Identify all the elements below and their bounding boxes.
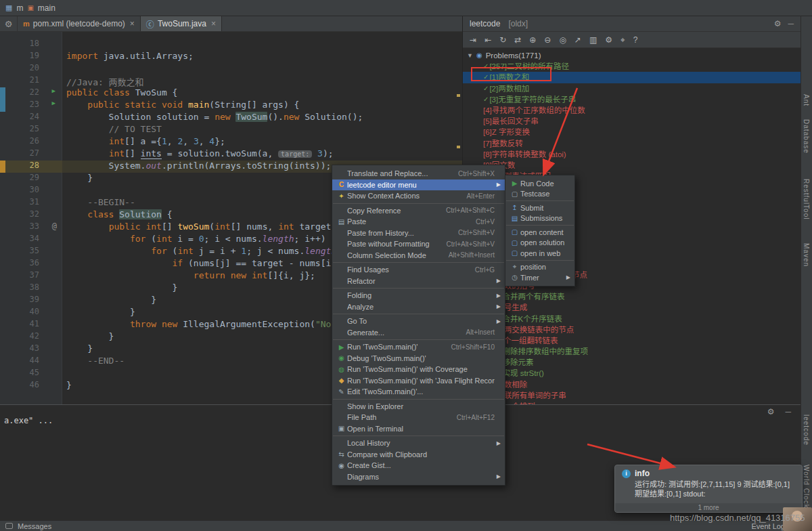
menu-item-translate-and-replace[interactable]: Translate and Replace...Ctrl+Shift+X xyxy=(332,168,505,179)
menu-item-generate[interactable]: Generate...Alt+Insert xyxy=(332,327,505,339)
menu-item-run-main[interactable]: ▶Run 'TwoSum.main()'Ctrl+Shift+F10 xyxy=(332,341,505,353)
run-gutter-icon[interactable]: ▶ xyxy=(52,100,55,106)
menu-item-refactor[interactable]: Refactor▶ xyxy=(332,276,505,287)
run-config-selector[interactable]: main xyxy=(38,3,55,13)
problem-item[interactable]: [30]串联所有单词的子串 xyxy=(463,390,800,401)
close-tab-icon[interactable]: × xyxy=(211,19,216,28)
leetcode-panel-title[interactable]: leetcode xyxy=(470,19,500,28)
problem-item[interactable]: [6]Z 字形变换 xyxy=(463,127,800,137)
event-log-button[interactable]: Event Log xyxy=(751,522,785,530)
menu-item-folding[interactable]: Folding▶ xyxy=(332,290,505,301)
panel-settings-icon[interactable]: ⚙ xyxy=(774,19,782,28)
tool-strip-maven[interactable]: Maven xyxy=(803,243,810,267)
annotation-gutter-icon[interactable]: @ xyxy=(52,221,57,231)
navigate-icon[interactable]: ↗ xyxy=(574,35,581,45)
problem-item[interactable]: [22]括号生成 xyxy=(463,302,800,313)
submenu-item-open-in-web[interactable]: ▢open in web xyxy=(505,248,574,259)
submenu-item-open-content[interactable]: ▢open content xyxy=(505,227,574,238)
statistics-icon[interactable]: ▥ xyxy=(589,35,597,45)
problem-item[interactable]: [8]字符串转换整数 (atoi) xyxy=(463,149,800,160)
problems-root[interactable]: ▼ ◉ Problems(1771) xyxy=(463,50,800,61)
problem-item[interactable]: ✓[257]二叉树的所有路径 xyxy=(463,61,800,72)
menu-item-paste-without-formatting[interactable]: Paste without FormattingCtrl+Alt+Shift+V xyxy=(332,238,505,250)
tool-strip-world-clock[interactable]: World Clock xyxy=(803,465,810,509)
run-gutter-icon[interactable]: ▶ xyxy=(52,87,55,94)
submenu-item-timer[interactable]: ◷Timer▶ xyxy=(505,272,574,283)
problem-item[interactable]: [9]回文数 xyxy=(463,160,800,171)
zoom-in-icon[interactable]: ⊕ xyxy=(529,35,536,45)
tool-strip-database[interactable]: Database xyxy=(803,119,810,154)
problem-item[interactable]: ✓[3]无重复字符的最长子串 xyxy=(463,94,800,105)
problem-item[interactable]: [29]两数相除 xyxy=(463,379,800,390)
notification-more-link[interactable]: 1 more xyxy=(615,503,802,512)
menu-item-show-context-actions[interactable]: ✦Show Context ActionsAlt+Enter xyxy=(332,190,505,202)
tool-strip-ant[interactable]: Ant xyxy=(803,94,810,106)
problem-item[interactable]: ✓[23]合并K个升序链表 xyxy=(463,314,800,324)
menu-item-leetcode-editor-menu[interactable]: Cleetcode editor menu▶ xyxy=(332,179,505,191)
code-line[interactable]: 27 int[] ints = solution.twoSum(a, targe… xyxy=(0,148,462,161)
editor-tab[interactable]: mpom.xml (leetcode-demo)× xyxy=(18,16,141,31)
menu-item-local-history[interactable]: Local History▶ xyxy=(332,438,505,449)
editor-tab[interactable]: ⓒTwoSum.java× xyxy=(141,16,222,31)
submenu-item-testcase[interactable]: ▢Testcase xyxy=(505,189,574,200)
menu-item-find-usages[interactable]: Find UsagesCtrl+G xyxy=(332,264,505,276)
code-line[interactable]: 18 xyxy=(0,39,462,51)
help-icon[interactable]: ? xyxy=(633,35,638,45)
problem-item[interactable]: ✓[26]删除排序数组中的重复项 xyxy=(463,346,800,357)
close-tab-icon[interactable]: × xyxy=(130,19,135,28)
problem-item[interactable]: ✓[2]两数相加 xyxy=(463,83,800,94)
menu-item-file-path[interactable]: File PathCtrl+Alt+F12 xyxy=(332,412,505,423)
menu-item-column-selection-mode[interactable]: Column Selection ModeAlt+Shift+Insert xyxy=(332,250,505,261)
console-minimize-icon[interactable]: ─ xyxy=(785,407,791,417)
menu-item-compare-with-clipboard[interactable]: ⇆Compare with Clipboard xyxy=(332,449,505,461)
target-icon[interactable]: ◎ xyxy=(559,35,566,45)
submenu-item-submit[interactable]: ↥Submit xyxy=(505,203,574,213)
menu-item-run-with-jfr[interactable]: ◆Run 'TwoSum.main()' with 'Java Flight R… xyxy=(332,375,505,387)
menu-item-run-with-coverage[interactable]: ◍Run 'TwoSum.main()' with Coverage xyxy=(332,364,505,375)
problem-item[interactable]: [5]最长回文子串 xyxy=(463,116,800,127)
submenu-item-submissions[interactable]: ▤Submissions xyxy=(505,213,574,224)
submenu-item-run-code[interactable]: ▶Run Code xyxy=(505,178,574,189)
zoom-out-icon[interactable]: ⊖ xyxy=(544,35,551,45)
toolbar-settings-icon[interactable]: ⚙ xyxy=(605,35,612,45)
sign-in-icon[interactable]: ⇥ xyxy=(470,35,476,45)
menu-item-show-in-explorer[interactable]: Show in Explorer xyxy=(332,401,505,412)
project-label[interactable]: m xyxy=(16,3,23,13)
statusbar-messages[interactable]: Messages xyxy=(18,522,51,530)
problem-item[interactable]: ✓[21]合并两个有序链表 xyxy=(463,291,800,302)
menu-item-copy-reference[interactable]: Copy ReferenceCtrl+Alt+Shift+C xyxy=(332,205,505,217)
problem-item[interactable]: ✓[1]两数之和 xyxy=(463,72,800,83)
tool-strip-leetcode[interactable]: leetcode xyxy=(803,415,810,446)
code-line[interactable]: 26 int[] a ={1, 2, 3, 4}; xyxy=(0,136,462,148)
editor-gear-icon[interactable]: ⚙ xyxy=(0,16,18,31)
code-line[interactable]: 23▶ public static void main(String[] arg… xyxy=(0,100,462,112)
run-result-notification[interactable]: i info 运行成功: 测试用例:[2,7,11,15] 9 测试结果:[0,… xyxy=(614,465,803,513)
leetcode-panel-tab-oldx[interactable]: [oldx] xyxy=(508,19,528,28)
shuffle-icon[interactable]: ⇄ xyxy=(514,35,521,45)
tool-strip-restfultool[interactable]: RestfulTool xyxy=(803,179,810,219)
code-line[interactable]: 22▶public class TwoSum { xyxy=(0,87,462,100)
code-line[interactable]: 19import java.util.Arrays; xyxy=(0,51,462,63)
menu-item-debug-main[interactable]: ◉Debug 'TwoSum.main()' xyxy=(332,353,505,364)
menu-item-go-to[interactable]: Go To▶ xyxy=(332,316,505,327)
code-line[interactable]: 20 xyxy=(0,63,462,75)
sign-out-icon[interactable]: ⇤ xyxy=(484,35,491,45)
menu-item-paste[interactable]: ▤PasteCtrl+V xyxy=(332,216,505,228)
console-settings-icon[interactable]: ⚙ xyxy=(767,407,775,417)
menu-item-diagrams[interactable]: Diagrams▶ xyxy=(332,471,505,483)
code-line[interactable]: 24 Solution solution = new TwoSum().new … xyxy=(0,112,462,124)
panel-minimize-icon[interactable]: ─ xyxy=(788,19,794,28)
problem-item[interactable]: [25]K 个一组翻转链表 xyxy=(463,335,800,346)
submenu-item-open-solution[interactable]: ▢open solution xyxy=(505,238,574,249)
menu-item-paste-from-history[interactable]: Paste from History...Ctrl+Shift+V xyxy=(332,228,505,239)
menu-item-create-gist[interactable]: ◉Create Gist... xyxy=(332,460,505,471)
problem-item[interactable]: ✓[27]移除元素 xyxy=(463,357,800,368)
menu-item-analyze[interactable]: Analyze▶ xyxy=(332,301,505,313)
pin-icon[interactable]: ⌖ xyxy=(621,35,625,45)
code-line[interactable]: 21//Java: 两数之和 xyxy=(0,75,462,87)
submenu-item-position[interactable]: ⌖position xyxy=(505,262,574,273)
problem-item[interactable]: ✓[28]实现 strStr() xyxy=(463,368,800,379)
refresh-icon[interactable]: ↻ xyxy=(499,35,506,45)
problem-item[interactable]: [4]寻找两个正序数组的中位数 xyxy=(463,105,800,116)
menu-item-edit-main[interactable]: ✎Edit 'TwoSum.main()'... xyxy=(332,386,505,398)
